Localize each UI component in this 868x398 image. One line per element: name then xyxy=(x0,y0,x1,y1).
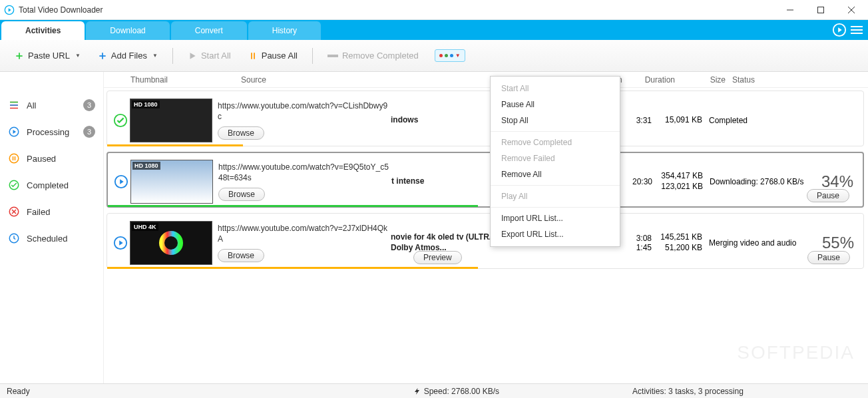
tab-history[interactable]: History xyxy=(248,21,321,40)
status-value: Completed xyxy=(702,116,858,125)
dot-icon xyxy=(450,54,453,57)
separator xyxy=(312,48,313,64)
size-value: 354,417 KB 123,021 KB xyxy=(652,171,703,192)
size-value: 15,091 KB xyxy=(652,115,702,126)
sidebar-item-all[interactable]: All 3 xyxy=(0,92,103,118)
column-status: Status xyxy=(726,75,868,85)
browse-button[interactable]: Browse xyxy=(218,188,265,201)
play-circle-icon xyxy=(8,126,20,138)
sidebar-item-completed[interactable]: Completed xyxy=(0,172,103,198)
preview-button[interactable]: Preview xyxy=(413,251,462,264)
sidebar-item-paused[interactable]: Paused xyxy=(0,145,103,172)
add-files-label: Add Files xyxy=(111,51,147,61)
duration-value: 20:30 xyxy=(615,177,652,186)
close-button[interactable] xyxy=(836,0,867,20)
menu-export-url-list[interactable]: Export URL List... xyxy=(491,226,620,242)
download-row[interactable]: HD 1080 https://www.youtube.com/watch?v=… xyxy=(107,91,864,146)
add-files-button[interactable]: Add Files ▼ xyxy=(93,46,163,66)
x-circle-icon xyxy=(8,206,20,218)
status-activities: Activities: 3 tasks, 3 processing xyxy=(632,387,744,396)
browse-button[interactable]: Browse xyxy=(218,126,264,140)
pause-all-button[interactable]: Pause All xyxy=(243,46,303,66)
pause-button[interactable]: Pause xyxy=(807,251,850,264)
progress-percent: 34% xyxy=(821,172,853,191)
menu-icon[interactable] xyxy=(851,24,863,36)
status-bar: Ready Speed: 2768.00 KB/s Activities: 3 … xyxy=(0,383,868,398)
sidebar-item-label: Scheduled xyxy=(27,234,67,244)
check-circle-icon xyxy=(8,179,20,191)
menu-remove-completed[interactable]: Remove Completed xyxy=(491,134,620,150)
size-value: 145,251 KB 51,200 KB xyxy=(652,232,702,253)
play-all-icon[interactable] xyxy=(832,23,847,37)
menu-separator xyxy=(491,131,620,132)
column-headers: Thumbnail Source Resolution Duration Siz… xyxy=(104,72,868,88)
row-status-icon xyxy=(112,174,130,189)
pause-circle-icon xyxy=(8,152,20,164)
pause-all-label: Pause All xyxy=(262,51,298,61)
more-actions-button[interactable]: ▼ xyxy=(435,49,465,62)
chevron-down-icon: ▼ xyxy=(455,53,461,59)
sidebar-item-label: All xyxy=(27,100,36,110)
plus-icon xyxy=(15,51,24,61)
column-duration: Duration xyxy=(638,75,675,85)
content-area: Thumbnail Source Resolution Duration Siz… xyxy=(104,72,868,383)
menu-separator xyxy=(491,185,620,186)
tab-convert[interactable]: Convert xyxy=(171,21,247,40)
progress-bar xyxy=(107,267,478,269)
sidebar-item-processing[interactable]: Processing 3 xyxy=(0,118,103,145)
sidebar-item-label: Paused xyxy=(27,154,56,164)
thumb-badge: HD 1080 xyxy=(132,162,160,170)
row-status-icon xyxy=(111,113,130,128)
app-icon xyxy=(4,5,15,15)
remove-completed-button[interactable]: Remove Completed xyxy=(322,46,424,66)
toolbar: Paste URL ▼ Add Files ▼ Start All Pause … xyxy=(0,40,868,72)
status-value: Downloading: 2768.0 KB/s xyxy=(710,177,803,186)
browse-button[interactable]: Browse xyxy=(218,249,264,262)
tab-download[interactable]: Download xyxy=(86,21,169,40)
bolt-icon xyxy=(413,387,421,395)
row-status-icon xyxy=(111,236,130,250)
remove-completed-label: Remove Completed xyxy=(342,51,419,61)
menu-start-all[interactable]: Start All xyxy=(491,81,620,97)
title-bar: Total Video Downloader xyxy=(0,0,868,20)
menu-separator xyxy=(491,207,620,208)
menu-remove-all[interactable]: Remove All xyxy=(491,166,620,182)
minus-icon xyxy=(327,53,338,59)
menu-pause-all[interactable]: Pause All xyxy=(491,97,620,112)
list-icon xyxy=(8,99,20,111)
chevron-down-icon: ▼ xyxy=(75,53,81,59)
count-badge: 3 xyxy=(83,126,95,138)
pause-button[interactable]: Pause xyxy=(807,189,849,202)
window-title: Total Video Downloader xyxy=(19,5,775,15)
minimize-button[interactable] xyxy=(775,0,805,20)
column-size: Size xyxy=(675,75,726,85)
dot-icon xyxy=(439,54,443,57)
svg-point-5 xyxy=(9,154,19,163)
thumbnail: HD 1080 xyxy=(130,99,212,142)
chevron-down-icon: ▼ xyxy=(152,53,158,59)
status-speed: Speed: 2768.00 KB/s xyxy=(413,387,499,396)
paste-url-button[interactable]: Paste URL ▼ xyxy=(9,46,86,66)
sidebar-item-scheduled[interactable]: Scheduled xyxy=(0,225,103,252)
tab-activities[interactable]: Activities xyxy=(1,21,85,40)
menu-import-url-list[interactable]: Import URL List... xyxy=(491,210,620,226)
maximize-button[interactable] xyxy=(805,0,836,20)
thumb-badge: HD 1080 xyxy=(132,100,160,108)
speed-value: Speed: 2768.00 KB/s xyxy=(424,387,499,396)
menu-stop-all[interactable]: Stop All xyxy=(491,112,620,128)
thumbnail: UHD 4K xyxy=(130,221,212,265)
plus-icon xyxy=(98,51,107,61)
download-row[interactable]: UHD 4K https://www.youtube.com/watch?v=2… xyxy=(107,213,864,269)
sidebar-item-failed[interactable]: Failed xyxy=(0,198,103,225)
column-thumbnail: Thumbnail xyxy=(130,75,241,85)
start-all-label: Start All xyxy=(201,51,231,61)
menu-play-all[interactable]: Play All xyxy=(491,188,620,204)
paste-url-label: Paste URL xyxy=(28,51,70,61)
source-url: https://www.youtube.com/watch?v=E9Q5toY_… xyxy=(218,162,391,183)
source-url: https://www.youtube.com/watch?v=2J7xlDH4… xyxy=(218,224,391,244)
svg-rect-3 xyxy=(327,55,338,57)
dot-icon xyxy=(445,54,448,57)
start-all-button[interactable]: Start All xyxy=(182,46,236,66)
menu-remove-failed[interactable]: Remove Failed xyxy=(491,150,620,166)
download-row[interactable]: HD 1080 https://www.youtube.com/watch?v=… xyxy=(107,152,864,208)
